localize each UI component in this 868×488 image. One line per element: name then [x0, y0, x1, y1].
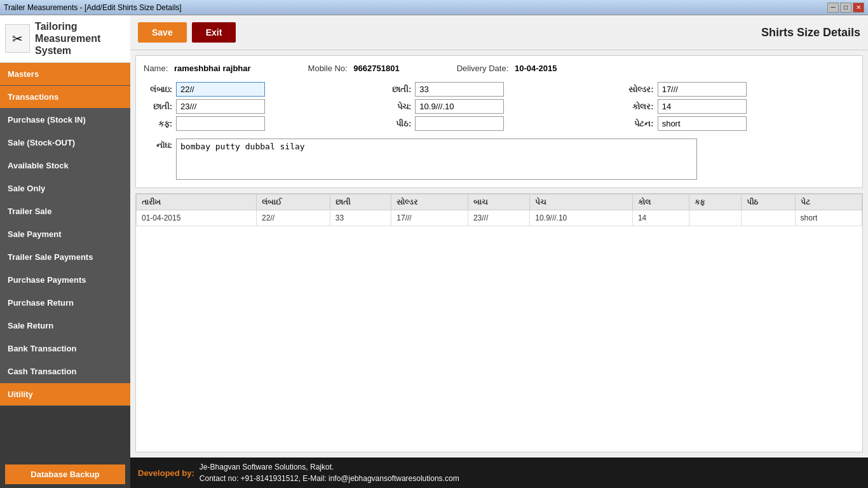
- field-soldier: સોલ્ડર: કોલર: પેટન:: [622, 82, 855, 133]
- col-date: તારીખ: [137, 194, 257, 210]
- title-bar: Trailer Measurements - [Add/Edit Shirts …: [0, 0, 868, 15]
- sidebar-item-sale-payment[interactable]: Sale Payment: [0, 223, 130, 246]
- col-lambai: લંબાઈ: [257, 194, 330, 210]
- field-lambai: લંબાઇ: છાતી: કફ:: [144, 82, 376, 133]
- kolar-label: કોલર:: [622, 102, 654, 112]
- sidebar-item-purchase-stock-in[interactable]: Purchase (Stock IN): [0, 109, 130, 132]
- cell-date: 01-04-2015: [137, 210, 257, 226]
- cell-chati: 33: [330, 210, 391, 226]
- sidebar-item-trailer-sale[interactable]: Trailer Sale: [0, 200, 130, 223]
- kaf-label: કફ:: [144, 119, 172, 129]
- sidebar: ✂ TailoringMeasurement System Masters Tr…: [0, 15, 130, 488]
- toolbar-buttons: Save Exit: [138, 22, 236, 43]
- sidebar-item-transactions[interactable]: Transactions: [0, 86, 130, 109]
- table-section: તારીખ લંબાઈ છાતી સોલ્ડર બાચ પેચ કોલ કફ પ…: [135, 193, 863, 452]
- sidebar-item-bank-transaction[interactable]: Bank Transaction: [0, 337, 130, 360]
- contact-info: Contact no: +91-8141931512, E-Mail: info…: [200, 473, 459, 484]
- col-soldier: સોલ્ડર: [391, 194, 468, 210]
- chati-input[interactable]: [415, 82, 504, 97]
- pith-label: પીઠ:: [383, 119, 411, 129]
- chati-label: છાતી:: [383, 85, 411, 95]
- sidebar-item-cash-transaction[interactable]: Cash Transaction: [0, 360, 130, 383]
- cell-lambai: 22//: [257, 210, 330, 226]
- content-area: Save Exit Shirts Size Details Name: rame…: [130, 15, 868, 488]
- petan-input[interactable]: [658, 116, 747, 131]
- toolbar: Save Exit Shirts Size Details: [130, 15, 868, 50]
- lambai-input[interactable]: [176, 82, 265, 97]
- col-kol: કોલ: [632, 194, 689, 210]
- exit-button[interactable]: Exit: [192, 22, 236, 43]
- developed-by-label: Developed by:: [138, 468, 194, 478]
- mobile-info: Mobile No: 9662751801: [308, 64, 400, 73]
- data-table: તારીખ લંબાઈ છાતી સોલ્ડર બાચ પેચ કોલ કફ પ…: [136, 194, 862, 226]
- soldier-input[interactable]: [658, 82, 747, 97]
- bach-label: છાતી:: [144, 102, 172, 112]
- footer-info: Je-Bhagvan Software Solutions, Rajkot. C…: [200, 461, 459, 484]
- logo-icon: ✂: [5, 24, 30, 53]
- cell-bach: 23///: [468, 210, 529, 226]
- pith-input[interactable]: [415, 116, 504, 131]
- col-petan: પેટ: [795, 194, 862, 210]
- sidebar-item-sale-return[interactable]: Sale Return: [0, 315, 130, 337]
- kaf-input[interactable]: [176, 116, 265, 131]
- sidebar-item-uitility[interactable]: Uitility: [0, 383, 130, 406]
- sidebar-item-masters[interactable]: Masters: [0, 63, 130, 86]
- cell-kol: 14: [632, 210, 689, 226]
- footer: Developed by: Je-Bhagvan Software Soluti…: [130, 458, 868, 488]
- petan-label: પેટન:: [622, 119, 654, 129]
- notes-label: નૉઘ:: [144, 140, 172, 151]
- logo-text: TailoringMeasurement System: [35, 20, 125, 57]
- title-bar-text: Trailer Measurements - [Add/Edit Shirts …: [4, 3, 182, 12]
- cell-pith: [742, 210, 795, 226]
- notes-textarea[interactable]: bombay putty dubbal silay: [176, 139, 697, 180]
- bach-input[interactable]: [176, 99, 265, 114]
- page-title: Shirts Size Details: [761, 26, 860, 39]
- measurements-grid: લંબાઇ: છાતી: કફ:: [144, 82, 855, 133]
- delivery-info: Delivery Date: 10-04-2015: [457, 64, 557, 73]
- notes-row: નૉઘ: bombay putty dubbal silay: [144, 139, 855, 180]
- field-chati: છાતી: પેચ: પીઠ:: [383, 82, 615, 133]
- table-row: 01-04-2015 22// 33 17/// 23/// 10.9///.1…: [137, 210, 862, 226]
- lambai-label: લંબાઇ:: [144, 85, 172, 95]
- cell-petan: short: [795, 210, 862, 226]
- col-pith: પીઠ: [742, 194, 795, 210]
- col-pech: પેચ: [530, 194, 633, 210]
- cell-kaf: [689, 210, 742, 226]
- sidebar-logo: ✂ TailoringMeasurement System: [0, 15, 130, 63]
- developer-name: Je-Bhagvan Software Solutions, Rajkot.: [200, 461, 459, 473]
- maximize-button[interactable]: □: [840, 3, 851, 13]
- soldier-label: સોલ્ડર:: [622, 85, 654, 95]
- pech-input[interactable]: [415, 99, 504, 114]
- minimize-button[interactable]: ─: [827, 3, 839, 13]
- sidebar-bottom: Database Backup: [0, 461, 130, 488]
- sidebar-item-sale-stock-out[interactable]: Sale (Stock-OUT): [0, 132, 130, 154]
- cell-soldier: 17///: [391, 210, 468, 226]
- col-bach: બાચ: [468, 194, 529, 210]
- col-chati: છાતી: [330, 194, 391, 210]
- name-label: Name: rameshbhai rajbhar: [144, 64, 251, 73]
- kolar-input[interactable]: [658, 99, 747, 114]
- close-button[interactable]: ✕: [853, 3, 864, 13]
- database-backup-button[interactable]: Database Backup: [5, 464, 125, 484]
- sidebar-item-available-stock[interactable]: Available Stock: [0, 154, 130, 177]
- sidebar-item-sale-only[interactable]: Sale Only: [0, 177, 130, 200]
- sidebar-item-trailer-sale-payments[interactable]: Trailer Sale Payments: [0, 246, 130, 269]
- db-backup-bar: Database Backup: [0, 461, 130, 488]
- window-controls: ─ □ ✕: [827, 3, 864, 13]
- form-section: Name: rameshbhai rajbhar Mobile No: 9662…: [135, 55, 863, 188]
- customer-info: Name: rameshbhai rajbhar Mobile No: 9662…: [144, 64, 855, 73]
- save-button[interactable]: Save: [138, 22, 187, 43]
- col-kaf: કફ: [689, 194, 742, 210]
- sidebar-item-purchase-payments[interactable]: Purchase Payments: [0, 269, 130, 292]
- cell-pech: 10.9///.10: [530, 210, 633, 226]
- sidebar-item-purchase-return[interactable]: Purchase Return: [0, 292, 130, 315]
- pech-label: પેચ:: [383, 102, 411, 112]
